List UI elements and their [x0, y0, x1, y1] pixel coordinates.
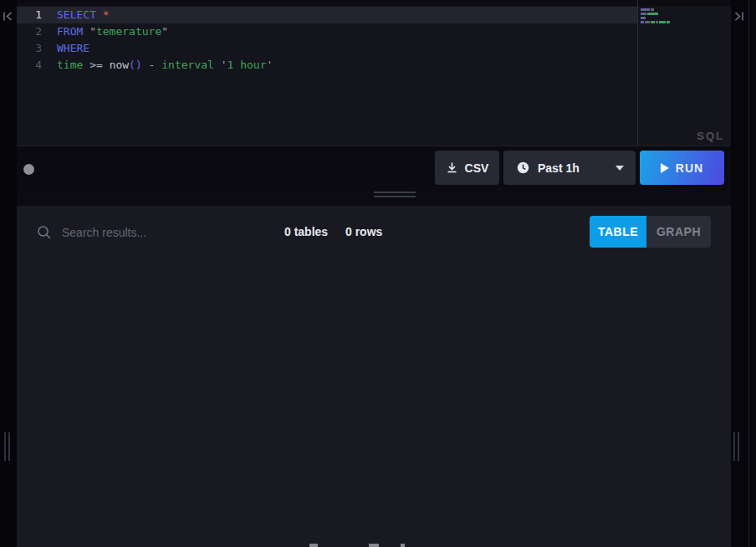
code-line[interactable]: time >= now() - interval '1 hour'	[57, 57, 273, 74]
code-line[interactable]: FROM "temerature"	[57, 23, 273, 40]
minimap-divider	[637, 0, 638, 146]
rows-count: 0 rows	[345, 219, 382, 244]
time-range-dropdown[interactable]: Past 1h	[503, 151, 636, 185]
tab-graph[interactable]: GRAPH	[646, 216, 711, 248]
splitter-grip-icon[interactable]	[374, 192, 416, 200]
run-query-button[interactable]: RUN	[640, 151, 724, 185]
right-resize-handle[interactable]	[733, 432, 739, 461]
download-icon	[446, 161, 458, 174]
clipped-bottom-content	[309, 544, 318, 547]
minimap-line	[641, 17, 691, 19]
editor-minimap[interactable]	[641, 8, 691, 25]
left-resize-handle[interactable]	[4, 432, 10, 461]
tables-count: 0 tables	[284, 219, 328, 244]
chevron-down-icon	[616, 166, 624, 171]
collapse-left-panel-icon[interactable]	[3, 11, 14, 23]
clipped-bottom-content	[401, 544, 405, 547]
left-rail	[0, 0, 17, 547]
collapse-right-panel-icon[interactable]	[733, 11, 745, 23]
minimap-line	[641, 8, 691, 11]
code-line[interactable]: WHERE	[57, 40, 273, 57]
right-rail	[731, 0, 756, 547]
line-number: 1	[17, 7, 42, 23]
run-button-label: RUN	[676, 161, 703, 175]
csv-button-label: CSV	[465, 161, 489, 175]
clock-icon	[517, 161, 529, 174]
code-line[interactable]: SELECT *	[57, 7, 273, 23]
tab-table[interactable]: TABLE	[590, 216, 646, 248]
clipped-bottom-content	[369, 544, 379, 547]
play-icon	[661, 163, 669, 173]
line-number-gutter: 1234	[17, 7, 42, 74]
language-badge: SQL	[697, 130, 724, 142]
status-indicator-dot	[23, 164, 34, 175]
sql-editor[interactable]: 1234 SELECT *FROM "temerature"WHEREtime …	[17, 0, 731, 146]
minimap-line	[641, 13, 691, 15]
right-rail-divider	[748, 0, 749, 547]
editor-top-edge	[17, 0, 731, 6]
minimap-line	[641, 21, 691, 23]
query-toolbar: CSV Past 1h RUN	[17, 146, 731, 187]
search-results-input[interactable]	[60, 219, 248, 246]
sql-query-app: 1234 SELECT *FROM "temerature"WHEREtime …	[0, 0, 756, 547]
code-area[interactable]: SELECT *FROM "temerature"WHEREtime >= no…	[57, 7, 273, 74]
search-icon	[37, 225, 52, 240]
line-number: 2	[17, 23, 42, 40]
horizontal-splitter[interactable]	[17, 187, 731, 206]
results-panel: 0 tables 0 rows TABLE GRAPH	[17, 206, 731, 547]
line-number: 3	[17, 40, 42, 57]
view-toggle: TABLE GRAPH	[590, 216, 711, 248]
line-number: 4	[17, 57, 42, 74]
time-range-label: Past 1h	[538, 161, 580, 175]
csv-export-button[interactable]: CSV	[435, 151, 499, 185]
